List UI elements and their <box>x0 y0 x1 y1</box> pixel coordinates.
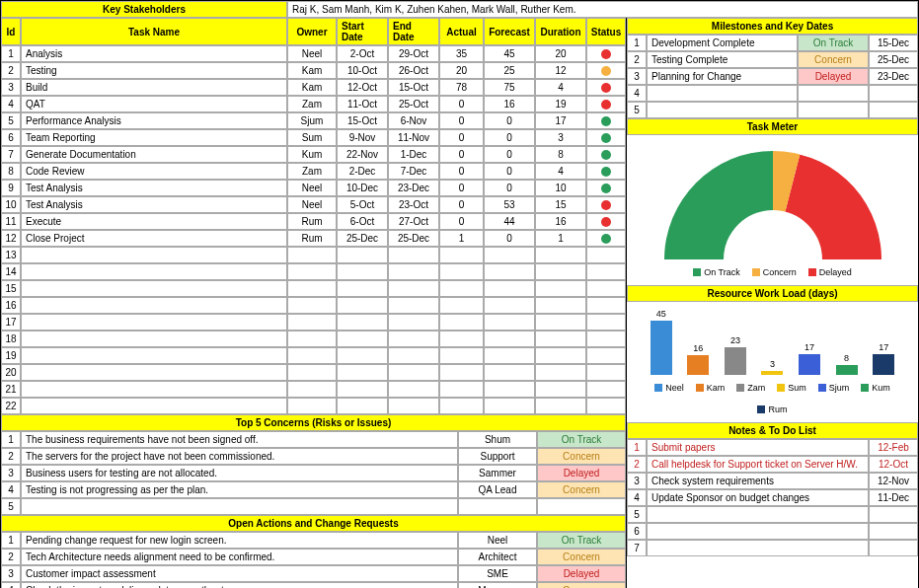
task-start[interactable]: 2-Oct <box>337 45 388 62</box>
task-row-empty[interactable]: 22 <box>1 398 626 414</box>
task-duration[interactable]: 4 <box>535 79 586 96</box>
ms-id[interactable]: 1 <box>627 35 647 51</box>
concern-id[interactable]: 2 <box>1 448 21 465</box>
task-owner[interactable]: Kum <box>287 146 337 163</box>
action-id[interactable]: 1 <box>1 532 21 549</box>
task-row[interactable]: 4 QAT Zam 11-Oct 25-Oct 0 16 19 <box>1 96 626 112</box>
task-duration[interactable]: 12 <box>535 62 586 79</box>
concern-status[interactable]: Concern <box>537 481 626 498</box>
task-id[interactable]: 7 <box>1 146 21 163</box>
action-owner[interactable]: Manager <box>458 582 537 588</box>
task-status[interactable] <box>586 230 626 247</box>
task-row[interactable]: 1 Analysis Neel 2-Oct 29-Oct 35 45 20 <box>1 45 626 62</box>
action-owner[interactable]: Neel <box>458 532 537 549</box>
task-actual[interactable]: 0 <box>439 112 484 129</box>
note-date[interactable]: 12-Nov <box>869 473 918 489</box>
task-name[interactable]: Test Analysis <box>21 180 287 196</box>
task-end[interactable]: 11-Nov <box>388 129 439 146</box>
action-id[interactable]: 3 <box>1 565 21 582</box>
ms-name[interactable]: Testing Complete <box>647 51 798 68</box>
task-row-empty[interactable]: 13 <box>1 247 626 263</box>
task-row-empty[interactable]: 16 <box>1 297 626 314</box>
task-status[interactable] <box>586 62 626 79</box>
task-id[interactable]: 20 <box>1 364 21 381</box>
concern-status[interactable]: On Track <box>537 431 626 448</box>
task-start[interactable]: 11-Oct <box>337 96 388 112</box>
task-owner[interactable]: Kam <box>287 79 337 96</box>
task-row[interactable]: 11 Execute Rum 6-Oct 27-Oct 0 44 16 <box>1 213 626 230</box>
task-actual[interactable]: 0 <box>439 180 484 196</box>
milestone-row[interactable]: 1 Development Complete On Track 15-Dec <box>627 35 918 51</box>
concern-text[interactable] <box>21 498 458 515</box>
action-status[interactable]: On Track <box>537 532 626 549</box>
ms-date[interactable]: 15-Dec <box>869 35 918 51</box>
ms-name[interactable]: Development Complete <box>647 35 798 51</box>
task-end[interactable]: 6-Nov <box>388 112 439 129</box>
task-row[interactable]: 3 Build Kam 12-Oct 15-Oct 78 75 4 <box>1 79 626 96</box>
task-row[interactable]: 7 Generate Documentation Kum 22-Nov 1-De… <box>1 146 626 163</box>
task-status[interactable] <box>586 96 626 112</box>
task-duration[interactable]: 15 <box>535 196 586 213</box>
note-row[interactable]: 1 Submit papers 12-Feb <box>627 439 918 456</box>
task-end[interactable]: 27-Oct <box>388 213 439 230</box>
task-row-empty[interactable]: 20 <box>1 364 626 381</box>
task-row[interactable]: 10 Test Analysis Neel 5-Oct 23-Oct 0 53 … <box>1 196 626 213</box>
task-owner[interactable]: Zam <box>287 96 337 112</box>
concern-text[interactable]: The servers for the project have not bee… <box>21 448 458 465</box>
task-status[interactable] <box>586 146 626 163</box>
task-row[interactable]: 6 Team Reporting Sum 9-Nov 11-Nov 0 0 3 <box>1 129 626 146</box>
task-id[interactable]: 16 <box>1 297 21 314</box>
task-end[interactable]: 1-Dec <box>388 146 439 163</box>
task-row-empty[interactable]: 21 <box>1 381 626 398</box>
task-forecast[interactable]: 25 <box>484 62 535 79</box>
task-owner[interactable]: Rum <box>287 213 337 230</box>
task-start[interactable]: 25-Dec <box>337 230 388 247</box>
task-actual[interactable]: 35 <box>439 45 484 62</box>
task-start[interactable]: 5-Oct <box>337 196 388 213</box>
ms-status[interactable]: On Track <box>798 35 869 51</box>
task-name[interactable]: Execute <box>21 213 287 230</box>
concern-row[interactable]: 5 <box>1 498 626 515</box>
task-row[interactable]: 9 Test Analysis Neel 10-Dec 23-Dec 0 0 1… <box>1 180 626 196</box>
note-row-empty[interactable]: 6 <box>627 523 918 540</box>
action-row[interactable]: 2 Tech Architecture needs alignment need… <box>1 549 626 565</box>
note-date[interactable]: 12-Oct <box>869 456 918 473</box>
task-owner[interactable]: Sjum <box>287 112 337 129</box>
concern-text[interactable]: The business requirements have not been … <box>21 431 458 448</box>
milestone-row[interactable]: 3 Planning for Change Delayed 23-Dec <box>627 68 918 85</box>
milestone-row-empty[interactable]: 4 <box>627 85 918 102</box>
concern-owner[interactable]: QA Lead <box>458 481 537 498</box>
task-start[interactable]: 6-Oct <box>337 213 388 230</box>
task-forecast[interactable]: 45 <box>484 45 535 62</box>
task-end[interactable]: 26-Oct <box>388 62 439 79</box>
task-status[interactable] <box>586 163 626 180</box>
ms-name[interactable]: Planning for Change <box>647 68 798 85</box>
task-id[interactable]: 3 <box>1 79 21 96</box>
task-start[interactable]: 9-Nov <box>337 129 388 146</box>
concern-id[interactable]: 3 <box>1 465 21 481</box>
action-status[interactable]: Concern <box>537 549 626 565</box>
note-text[interactable]: Update Sponsor on budget changes <box>647 489 869 506</box>
task-forecast[interactable]: 53 <box>484 196 535 213</box>
action-id[interactable]: 4 <box>1 582 21 588</box>
concern-text[interactable]: Business users for testing are not alloc… <box>21 465 458 481</box>
task-start[interactable]: 22-Nov <box>337 146 388 163</box>
task-id[interactable]: 11 <box>1 213 21 230</box>
task-forecast[interactable]: 0 <box>484 129 535 146</box>
task-forecast[interactable]: 16 <box>484 96 535 112</box>
task-owner[interactable]: Sum <box>287 129 337 146</box>
task-id[interactable]: 12 <box>1 230 21 247</box>
task-id[interactable]: 15 <box>1 280 21 297</box>
task-owner[interactable]: Neel <box>287 196 337 213</box>
action-row[interactable]: 4 Check the impact on delivery dates on … <box>1 582 626 588</box>
action-status[interactable]: Concern <box>537 582 626 588</box>
task-name[interactable]: Generate Documentation <box>21 146 287 163</box>
task-id[interactable]: 10 <box>1 196 21 213</box>
task-id[interactable]: 9 <box>1 180 21 196</box>
task-end[interactable]: 29-Oct <box>388 45 439 62</box>
task-actual[interactable]: 78 <box>439 79 484 96</box>
action-text[interactable]: Check the impact on delivery dates on ot… <box>21 582 458 588</box>
task-id[interactable]: 13 <box>1 247 21 263</box>
task-forecast[interactable]: 0 <box>484 180 535 196</box>
task-actual[interactable]: 0 <box>439 213 484 230</box>
